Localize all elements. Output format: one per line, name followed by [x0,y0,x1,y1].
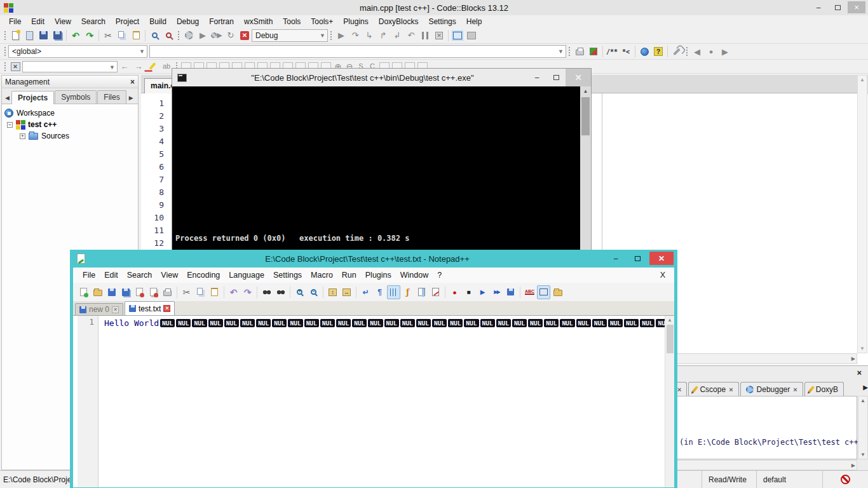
np-redo-icon[interactable]: ↷ [241,285,254,299]
incremental-search-input[interactable]: ▼ [22,61,118,72]
scroll-down-icon[interactable]: ▼ [860,346,865,351]
tab-symbols[interactable]: Symbols [55,90,97,104]
menu-item-wxsmith[interactable]: wxSmith [239,17,278,26]
tab-close-icon[interactable]: × [793,386,797,393]
symbol-combo[interactable]: ▼ [149,45,566,58]
search-next-icon[interactable]: → [132,60,146,73]
logs-close-icon[interactable]: × [857,368,862,377]
np-close-all-icon[interactable] [147,285,160,299]
np-save-icon[interactable] [105,285,118,299]
npp-tab-new-0[interactable]: new 0 × [75,303,123,315]
npp-menu-encoding[interactable]: Encoding [182,271,224,280]
console-maximize-button[interactable] [546,69,566,86]
menu-item-build[interactable]: Build [144,17,172,26]
tabs-scroll-left-icon[interactable]: ◀ [3,95,11,104]
toolbar-grip[interactable] [568,46,571,57]
highlight-occurrences-icon[interactable] [146,60,159,73]
paste-icon[interactable] [129,29,143,42]
stop-debugger-icon[interactable]: ✕ [432,29,446,42]
scroll-down-icon[interactable]: ▼ [860,452,865,458]
scroll-right-icon[interactable]: ▶ [851,463,855,468]
npp-menu-language[interactable]: Language [224,271,269,280]
np-save-all-icon[interactable] [119,285,132,299]
console-scrollbar[interactable]: ▲ [580,86,591,252]
browse-forward-icon[interactable]: ▶ [718,45,732,58]
debug-info-icon[interactable] [465,29,478,42]
npp-menu-view[interactable]: View [156,271,182,280]
menu-item-tools-plus[interactable]: Tools+ [306,17,338,26]
menu-item-tools[interactable]: Tools [278,17,306,26]
tab-projects[interactable]: Projects [11,91,54,104]
np-doc-edit-icon[interactable] [429,285,442,299]
undo-icon[interactable]: ↶ [69,29,83,42]
np-open-icon[interactable] [91,285,104,299]
doxy-line-comment-icon[interactable]: *< [619,45,633,58]
doxygen-run-icon[interactable] [573,45,587,58]
tree-item-workspace[interactable]: Workspace [4,107,135,119]
run-icon[interactable]: ▶ [196,29,210,42]
np-function-list-icon[interactable]: ƒ [401,285,414,299]
search-clear-icon[interactable]: ✕ [8,60,22,73]
npp-close-button[interactable]: ✕ [649,252,674,265]
npp-menu-help[interactable]: ? [433,271,446,280]
tree-item-project[interactable]: − test c++ [4,119,135,130]
step-into-instruction-icon[interactable]: ↶ [404,29,418,42]
npp-tab-test-txt[interactable]: test.txt × [125,301,175,315]
abort-build-icon[interactable]: ✕ [238,29,252,42]
npp-menu-macro[interactable]: Macro [306,271,337,280]
expand-icon[interactable]: + [20,133,25,139]
browse-back-icon[interactable]: ◀ [690,45,704,58]
redo-icon[interactable]: ↷ [83,29,97,42]
np-macro-run-multiple-icon[interactable]: ▶▶ [490,285,503,299]
search-prev-icon[interactable]: ← [118,60,132,73]
notepadpp-editor[interactable]: 1 Hello World NULNULNULNULNULNULNULNULNU… [73,316,674,487]
menu-item-edit[interactable]: Edit [26,17,50,26]
tab-close-icon[interactable]: × [112,306,119,313]
menu-item-search[interactable]: Search [76,17,111,26]
step-out-icon[interactable]: ↱ [376,29,390,42]
build-icon[interactable] [182,29,196,42]
npp-doc-close-icon[interactable]: X [660,271,669,280]
npp-menu-edit[interactable]: Edit [100,271,123,280]
np-macro-save-icon[interactable] [504,285,517,299]
tab-cscope[interactable]: Cscope × [688,382,738,396]
np-close-icon[interactable] [133,285,146,299]
np-macro-record-icon[interactable]: ● [448,285,461,299]
np-zoom-in-icon[interactable] [293,285,306,299]
doxy-view-chm-icon[interactable]: ? [651,45,665,58]
scrollbar-thumb[interactable] [581,97,590,135]
np-doc-map-icon[interactable] [415,285,428,299]
menu-item-view[interactable]: View [50,17,76,26]
browse-marker-icon[interactable]: ● [704,45,718,58]
np-zoom-out-icon[interactable] [307,285,320,299]
doxy-view-html-icon[interactable] [637,45,651,58]
scroll-right-icon[interactable]: ▶ [851,356,855,362]
npp-maximize-button[interactable] [628,252,647,265]
toolbar-grip[interactable] [177,30,180,41]
np-sync-vertical-icon[interactable]: ↕ [326,285,339,299]
open-file-icon[interactable] [22,29,36,42]
console-close-button[interactable]: ✕ [566,69,591,86]
np-new-file-icon[interactable] [77,285,90,299]
close-button[interactable]: × [848,1,865,13]
doxy-settings-icon[interactable] [670,45,684,58]
scrollbar-thumb[interactable] [667,325,674,353]
symbol-scope-combo[interactable]: <global>▼ [8,45,147,58]
cut-icon[interactable]: ✂ [101,29,115,42]
tab-debugger[interactable]: Debugger × [740,382,803,396]
npp-menu-run[interactable]: Run [337,271,361,280]
debugging-windows-icon[interactable] [451,29,465,42]
tab-doxyblocks[interactable]: DoxyB [804,382,844,396]
np-replace-icon[interactable] [274,285,287,299]
np-word-wrap-icon[interactable]: ↵ [359,285,372,299]
npp-menu-file[interactable]: File [78,271,100,280]
menu-item-settings[interactable]: Settings [423,17,461,26]
editor-vertical-scrollbar[interactable]: ▲ ▼ [857,75,867,353]
npp-vertical-scrollbar[interactable]: ▲ [665,316,674,487]
menu-item-fortran[interactable]: Fortran [204,17,239,26]
logs-tabs-scroll-right-icon[interactable]: ▶ [863,384,868,391]
menu-item-help[interactable]: Help [461,17,487,26]
break-debugger-icon[interactable] [418,29,432,42]
replace-icon[interactable] [161,29,175,42]
tree-item-sources[interactable]: + Sources [4,130,135,142]
